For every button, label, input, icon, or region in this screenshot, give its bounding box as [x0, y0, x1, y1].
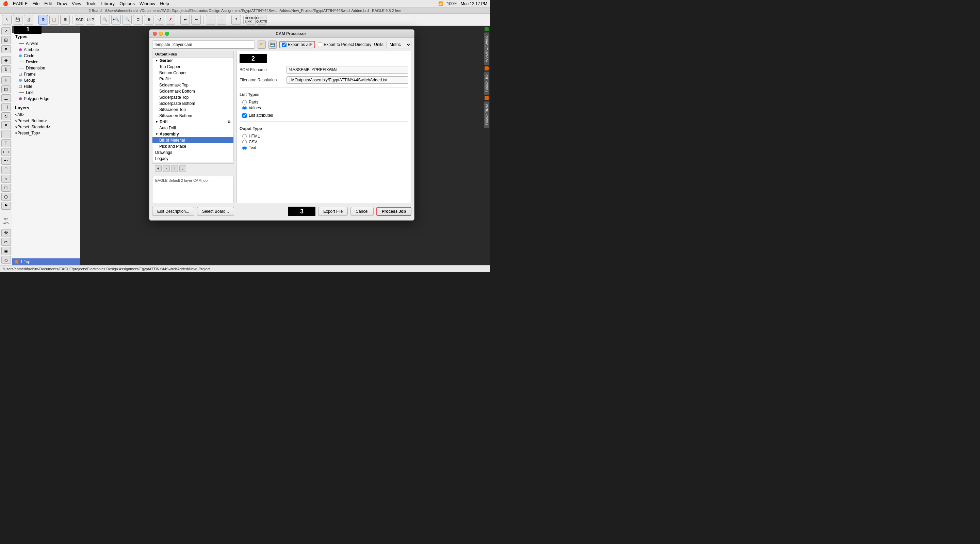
select-board-button[interactable]: Select Board... [197, 207, 234, 216]
csv-radio-label[interactable]: CSV [242, 140, 408, 144]
toolbar-grid[interactable]: ⊞ [60, 15, 70, 24]
export-zip-label[interactable]: Export as ZIP [279, 41, 315, 48]
toolbar-ellipsis[interactable]: ··· [206, 15, 215, 24]
export-zip-checkbox[interactable] [282, 43, 286, 47]
type-frame[interactable]: Frame [12, 71, 80, 77]
values-radio[interactable] [242, 106, 247, 110]
html-radio-label[interactable]: HTML [242, 134, 408, 139]
menu-view[interactable]: View [72, 1, 81, 6]
export-project-checkbox[interactable] [318, 43, 322, 47]
drill-gear-icon[interactable]: ⚙ [227, 120, 231, 124]
toolbar-zoom-fit[interactable]: 🔍 [100, 15, 110, 24]
ft-drill[interactable]: ▼ Drill ⚙ [153, 119, 234, 125]
toolbar-print[interactable]: 🖨 [24, 15, 33, 24]
tool-select[interactable]: ↗ [2, 27, 11, 35]
open-file-icon[interactable]: 📂 [258, 40, 266, 49]
menu-help[interactable]: Help [160, 1, 169, 6]
ft-auto-drill[interactable]: Auto Drill [153, 125, 234, 131]
add-output-button[interactable]: + [155, 165, 162, 172]
type-attribute[interactable]: Attribute [12, 47, 80, 53]
ft-bottom-copper[interactable]: Bottom Copper [153, 70, 234, 76]
tool-copy[interactable]: ⊡ [2, 85, 11, 93]
ft-bill-of-material[interactable]: Bill of Material [153, 137, 234, 143]
list-attributes-checkbox[interactable] [242, 113, 247, 118]
menu-file[interactable]: File [32, 1, 40, 6]
tool-arc[interactable]: ⌒ [2, 166, 11, 174]
fusion-team-tab[interactable]: FUSION TEAM [484, 101, 489, 128]
csv-radio[interactable] [242, 140, 247, 144]
html-radio[interactable] [242, 134, 247, 139]
tool-flag[interactable]: ⚑ [2, 202, 11, 210]
ft-silkscreen-bottom[interactable]: Silkscreen Bottom [153, 113, 234, 119]
tool-layer[interactable]: ◈ [2, 56, 11, 64]
menu-eagle[interactable]: EAGLE [13, 1, 27, 6]
toolbar-design-link[interactable]: DESIGN LINK [246, 15, 256, 24]
process-job-button[interactable]: Process Job [376, 207, 411, 216]
type-circle[interactable]: Circle [12, 53, 80, 59]
menu-window[interactable]: Window [140, 1, 155, 6]
toolbar-pcb-quote[interactable]: PCB QUOTE [257, 15, 266, 24]
cam-filename-input[interactable] [152, 40, 255, 49]
tool-circle[interactable]: ○ [2, 175, 11, 183]
edit-description-button[interactable]: Edit Description... [152, 207, 194, 216]
tool-rotate[interactable]: ↻ [2, 112, 11, 120]
toolbar-help[interactable]: ? [231, 15, 241, 24]
toolbar-ulp[interactable]: ULP [86, 15, 95, 24]
units-select[interactable]: Metric Imperial [387, 41, 411, 48]
parts-radio-label[interactable]: Parts [242, 100, 408, 105]
toolbar-zoom-out[interactable]: -🔍 [122, 15, 132, 24]
ft-solderpaste-top[interactable]: Solderpaste Top [153, 94, 234, 101]
minimize-button[interactable] [159, 32, 163, 36]
fusion360-tab[interactable]: FUSION 360 [484, 72, 489, 95]
tool-mirror[interactable]: ⊣ [2, 103, 11, 111]
menu-edit[interactable]: Edit [44, 1, 52, 6]
export-file-button[interactable]: Export File [318, 207, 348, 216]
menu-options[interactable]: Options [119, 1, 135, 6]
layer-preset-bottom[interactable]: <Preset_Bottom> [12, 118, 80, 124]
tool-label[interactable]: ◇ [2, 256, 11, 264]
tool-info[interactable]: ℹ [2, 65, 11, 73]
menu-draw[interactable]: Draw [57, 1, 67, 6]
toolbar-zoom-ext[interactable]: ⊕ [144, 15, 153, 24]
text-radio-label[interactable]: Text [242, 145, 408, 150]
ft-gerber[interactable]: ▼ Gerber [153, 57, 234, 64]
manufacturing-tab[interactable]: MANUFACTURING [484, 33, 489, 65]
ft-profile[interactable]: Profile [153, 76, 234, 82]
toolbar-pointer[interactable]: ↖ [2, 15, 11, 24]
toolbar-zoom-select[interactable]: ⊡ [133, 15, 143, 24]
layer-preset-standard[interactable]: <Preset_Standard> [12, 124, 80, 130]
ft-assembly[interactable]: ▼ Assembly [153, 131, 234, 137]
apple-menu[interactable]: 🍎 [3, 1, 8, 6]
toolbar-scr[interactable]: SCR [75, 15, 84, 24]
list-attributes-label[interactable]: List attributes [240, 113, 408, 118]
tool-delete[interactable]: ✕ [2, 121, 11, 129]
ft-pick-and-place[interactable]: Pick and Place [153, 143, 234, 150]
tool-smash[interactable]: ⚒ [2, 229, 11, 237]
tool-measure[interactable]: ⟷ [2, 148, 11, 156]
ft-drawings[interactable]: Drawings [153, 150, 234, 156]
ft-legacy[interactable]: Legacy [153, 156, 234, 162]
text-radio[interactable] [242, 146, 247, 150]
tool-text[interactable]: T [2, 139, 11, 147]
ft-top-copper[interactable]: Top Copper [153, 64, 234, 70]
ft-soldermask-top[interactable]: Soldermask Top [153, 82, 234, 88]
menu-library[interactable]: Library [101, 1, 115, 6]
tool-move[interactable]: ✛ [2, 76, 11, 84]
move-up-button[interactable]: ↑ [171, 165, 178, 172]
type-device[interactable]: Device [12, 59, 80, 65]
type-hole[interactable]: Hole [12, 83, 80, 89]
parts-radio[interactable] [242, 100, 247, 105]
save-file-icon[interactable]: 💾 [269, 40, 277, 49]
tool-route[interactable]: ⚊ [2, 94, 11, 102]
tool-grid[interactable]: ⊞ [2, 36, 11, 44]
tool-add[interactable]: + [2, 130, 11, 138]
type-polygon-edge[interactable]: Polygon Edge [12, 96, 80, 102]
filename-resolution-input[interactable] [286, 76, 408, 84]
values-radio-label[interactable]: Values [242, 105, 408, 110]
ft-solderpaste-bottom[interactable]: Solderpaste Bottom [153, 101, 234, 107]
toolbar-undo[interactable]: ↩ [180, 15, 190, 24]
export-project-label[interactable]: Export to Project Directory [318, 42, 371, 47]
layer-selected[interactable]: 1 Top [12, 258, 80, 265]
toolbar-save[interactable]: 💾 [13, 15, 22, 24]
tool-polygon[interactable]: ⬡ [2, 193, 11, 201]
